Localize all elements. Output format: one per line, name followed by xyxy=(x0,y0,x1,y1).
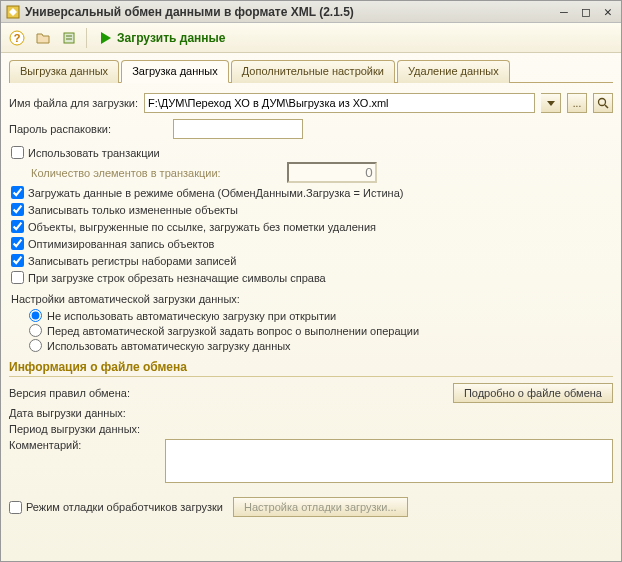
load-by-ref-checkbox[interactable] xyxy=(11,220,24,233)
svg-text:?: ? xyxy=(14,32,21,44)
exchange-mode-checkbox[interactable] xyxy=(11,186,24,199)
password-label: Пароль распаковки: xyxy=(9,123,167,135)
debug-mode-checkbox[interactable] xyxy=(9,501,22,514)
debug-settings-button[interactable]: Настройка отладки загрузки... xyxy=(233,497,408,517)
password-input[interactable] xyxy=(173,119,303,139)
app-icon xyxy=(5,4,21,20)
file-details-button[interactable]: Подробно о файле обмена xyxy=(453,383,613,403)
write-changed-checkbox[interactable] xyxy=(11,203,24,216)
settings-icon[interactable] xyxy=(57,26,81,50)
svg-rect-3 xyxy=(64,33,74,43)
titlebar: Универсальный обмен данными в формате XM… xyxy=(1,1,621,23)
write-changed-label: Записывать только измененные объекты xyxy=(28,204,238,216)
exchange-mode-label: Загружать данные в режиме обмена (ОбменД… xyxy=(28,187,403,199)
svg-line-7 xyxy=(605,105,608,108)
trim-strings-label: При загрузке строк обрезать незначащие с… xyxy=(28,272,326,284)
chevron-down-icon xyxy=(547,101,555,106)
radio-ask-label: Перед автоматической загрузкой задать во… xyxy=(47,325,419,337)
txn-count-input[interactable] xyxy=(287,162,377,183)
magnifier-icon xyxy=(597,97,609,109)
close-button[interactable]: ✕ xyxy=(599,4,617,20)
tab-extra[interactable]: Дополнительные настройки xyxy=(231,60,395,83)
load-button-label: Загрузить данные xyxy=(117,31,226,45)
comment-box[interactable] xyxy=(165,439,613,483)
tabs: Выгрузка данных Загрузка данных Дополнит… xyxy=(9,59,613,83)
file-input[interactable] xyxy=(144,93,535,113)
radio-no-auto[interactable] xyxy=(29,309,42,322)
file-label: Имя файла для загрузки: xyxy=(9,97,138,109)
open-file-icon[interactable] xyxy=(31,26,55,50)
txn-count-label: Количество элементов в транзакции: xyxy=(31,167,221,179)
comment-label: Комментарий: xyxy=(9,439,159,451)
help-icon[interactable]: ? xyxy=(5,26,29,50)
tab-import[interactable]: Загрузка данных xyxy=(121,60,229,83)
write-registers-checkbox[interactable] xyxy=(11,254,24,267)
write-registers-label: Записывать регистры наборами записей xyxy=(28,255,236,267)
radio-auto-label: Использовать автоматическую загрузку дан… xyxy=(47,340,291,352)
minimize-button[interactable]: – xyxy=(555,4,573,20)
play-icon xyxy=(99,31,113,45)
auto-load-section: Настройки автоматической загрузки данных… xyxy=(11,293,613,305)
radio-no-auto-label: Не использовать автоматическую загрузку … xyxy=(47,310,336,322)
window-title: Универсальный обмен данными в формате XM… xyxy=(25,5,551,19)
tab-export[interactable]: Выгрузка данных xyxy=(9,60,119,83)
use-transaction-label: Использовать транзакции xyxy=(28,147,160,159)
info-header: Информация о файле обмена xyxy=(9,360,613,377)
load-by-ref-label: Объекты, выгруженные по ссылке, загружат… xyxy=(28,221,376,233)
radio-auto[interactable] xyxy=(29,339,42,352)
svg-point-6 xyxy=(599,99,606,106)
toolbar: ? Загрузить данные xyxy=(1,23,621,53)
use-transaction-checkbox[interactable] xyxy=(11,146,24,159)
radio-ask[interactable] xyxy=(29,324,42,337)
maximize-button[interactable]: □ xyxy=(577,4,595,20)
debug-mode-label: Режим отладки обработчиков загрузки xyxy=(26,501,223,513)
file-dropdown-button[interactable] xyxy=(541,93,561,113)
rules-version-label: Версия правил обмена: xyxy=(9,387,159,399)
load-data-button[interactable]: Загрузить данные xyxy=(92,26,233,50)
file-search-button[interactable] xyxy=(593,93,613,113)
trim-strings-checkbox[interactable] xyxy=(11,271,24,284)
optimized-write-checkbox[interactable] xyxy=(11,237,24,250)
optimized-write-label: Оптимизированная запись объектов xyxy=(28,238,214,250)
export-date-label: Дата выгрузки данных: xyxy=(9,407,159,419)
export-period-label: Период выгрузки данных: xyxy=(9,423,159,435)
file-browse-button[interactable]: ... xyxy=(567,93,587,113)
tab-delete[interactable]: Удаление данных xyxy=(397,60,510,83)
